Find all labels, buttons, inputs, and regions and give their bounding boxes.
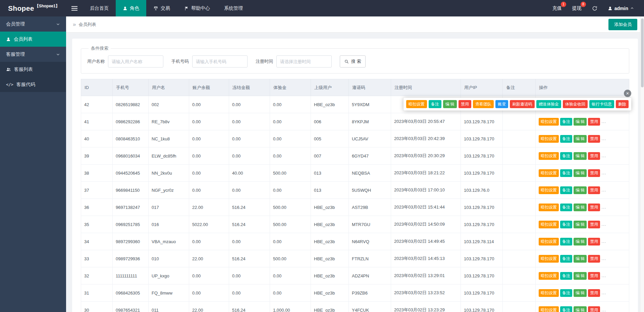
nav-item-help-center[interactable]: 帮助中心	[177, 0, 217, 16]
nav-item-transactions[interactable]: 交易	[146, 0, 177, 16]
remark-button[interactable]: 备注	[560, 204, 572, 211]
username-cell: UP_kxgo	[149, 267, 189, 284]
edit-button[interactable]: 编 辑	[574, 118, 587, 126]
more-actions-button[interactable]: ...	[601, 153, 606, 158]
more-actions-button[interactable]: ...	[601, 307, 606, 312]
withdraw-button[interactable]: 提现 8	[572, 5, 582, 11]
hidden-deduct-settings-button[interactable]: 暗扣设置	[539, 255, 559, 263]
more-actions-button[interactable]: ...	[601, 205, 606, 210]
edit-button[interactable]: 编 辑	[574, 306, 587, 312]
edit-button[interactable]: 编 辑	[574, 186, 587, 194]
more-actions-button[interactable]: ...	[601, 222, 606, 227]
edit-button[interactable]: 编 辑	[574, 221, 587, 228]
nav-item-dashboard[interactable]: 后台首页	[83, 0, 116, 16]
edit-button[interactable]: 编 辑	[574, 169, 587, 177]
invite-code-cell: FTRZLN	[349, 250, 391, 267]
disable-button[interactable]: 禁用	[588, 221, 600, 228]
refresh-button[interactable]	[592, 6, 597, 11]
edit-button[interactable]: 编 辑	[574, 255, 587, 263]
remark-button[interactable]: 备注	[560, 186, 572, 194]
more-actions-button[interactable]: ...	[601, 290, 606, 295]
hidden-deduct-settings-button[interactable]: 暗扣设置	[539, 152, 559, 160]
disable-button[interactable]: 禁用	[588, 186, 600, 194]
sidebar-group-support-management[interactable]: 客服管理	[0, 47, 66, 62]
edit-button[interactable]: 编 辑	[443, 100, 457, 108]
more-actions-button[interactable]: ...	[601, 170, 606, 175]
remark-button[interactable]: 备注	[560, 221, 572, 228]
more-actions-button[interactable]: ...	[601, 187, 606, 192]
sidebar-item-support-list[interactable]: 客服列表	[0, 62, 66, 77]
close-icon[interactable]: ×	[624, 90, 631, 97]
hidden-deduct-settings-button[interactable]: 暗扣设置	[539, 272, 559, 280]
delete-button[interactable]: 删除	[616, 100, 629, 108]
hidden-deduct-settings-button[interactable]: 暗扣设置	[539, 118, 559, 126]
recharge-button[interactable]: 充值 1	[552, 5, 562, 11]
bank-card-info-button[interactable]: 银行卡信息	[589, 100, 614, 108]
remark-button[interactable]: 备注	[560, 289, 572, 297]
disable-button[interactable]: 禁用	[588, 118, 600, 126]
disable-button[interactable]: 禁用	[588, 204, 600, 211]
sidebar-item-support-code[interactable]: </> 客服代码	[0, 77, 66, 92]
search-button[interactable]: 搜 索	[340, 55, 366, 68]
edit-button[interactable]: 编 辑	[574, 238, 587, 246]
add-member-button[interactable]: 添加会员	[608, 19, 637, 30]
sidebar-toggle-button[interactable]	[66, 0, 83, 16]
more-actions-button[interactable]: ...	[601, 256, 606, 261]
hidden-deduct-settings-button[interactable]: 暗扣设置	[539, 306, 559, 312]
recall-trial-bonus-button[interactable]: 体验金收回	[563, 100, 588, 108]
disable-button[interactable]: 禁用	[588, 169, 600, 177]
sidebar-item-member-list[interactable]: 会员列表	[0, 32, 66, 47]
reg-time-input[interactable]	[276, 55, 332, 68]
hidden-deduct-settings-button[interactable]: 暗扣设置	[406, 100, 427, 108]
remark-button[interactable]: 备注	[560, 272, 572, 280]
remark-button[interactable]: 备注	[560, 255, 572, 263]
disable-button[interactable]: 禁用	[588, 238, 600, 246]
disable-button[interactable]: 禁用	[588, 135, 600, 143]
remark-button[interactable]: 备注	[560, 152, 572, 160]
disable-button[interactable]: 禁用	[588, 152, 600, 160]
hidden-deduct-settings-button[interactable]: 暗扣设置	[539, 186, 559, 194]
column-header: ID	[81, 79, 113, 96]
edit-button[interactable]: 编 辑	[574, 289, 587, 297]
nav-item-roles[interactable]: 角色	[116, 0, 146, 16]
refresh-invite-code-button[interactable]: 刷新邀请码	[510, 100, 535, 108]
hidden-deduct-settings-button[interactable]: 暗扣设置	[539, 204, 559, 211]
hidden-deduct-settings-button[interactable]: 暗扣设置	[539, 289, 559, 297]
hidden-deduct-settings-button[interactable]: 暗扣设置	[539, 169, 559, 177]
remark-button[interactable]: 备注	[560, 118, 572, 126]
more-actions-button[interactable]: ...	[601, 119, 606, 124]
hidden-deduct-settings-button[interactable]: 暗扣设置	[539, 238, 559, 246]
scrollbar-thumb[interactable]	[641, 18, 644, 87]
disable-button[interactable]: 禁用	[588, 306, 600, 312]
sidebar-group-member-management[interactable]: 会员管理	[0, 16, 66, 32]
view-team-button[interactable]: 查看团队	[473, 100, 494, 108]
edit-button[interactable]: 编 辑	[574, 152, 587, 160]
more-actions-button[interactable]: ...	[601, 273, 606, 278]
admin-menu[interactable]: admin	[608, 6, 634, 11]
edit-button[interactable]: 编 辑	[574, 272, 587, 280]
gift-trial-bonus-button[interactable]: 赠送体验金	[536, 100, 561, 108]
remark-button[interactable]: 备注	[560, 238, 572, 246]
remark-button[interactable]: 备注	[560, 306, 572, 312]
edit-button[interactable]: 编 辑	[574, 204, 587, 211]
disable-button[interactable]: 禁用	[588, 255, 600, 263]
more-actions-button[interactable]: ...	[601, 136, 606, 141]
phone-input[interactable]	[192, 55, 248, 68]
remark-button[interactable]: 备注	[560, 135, 572, 143]
nav-item-system[interactable]: 系统管理	[217, 0, 250, 16]
more-actions-button[interactable]: ...	[601, 239, 606, 244]
balance-change-button[interactable]: 账变	[495, 100, 508, 108]
member-table-wrap: ID手机号用户名账户余额冻结金额体验金上级用户邀请码注册时间用户IP备注操作 4…	[81, 79, 629, 312]
hidden-deduct-settings-button[interactable]: 暗扣设置	[539, 221, 559, 228]
username-input[interactable]	[108, 55, 163, 68]
remark-button[interactable]: 备注	[560, 169, 572, 177]
vertical-scrollbar[interactable]	[640, 16, 644, 312]
edit-button[interactable]: 编 辑	[574, 135, 587, 143]
user-ip-cell: 103.129.78.170	[461, 199, 503, 216]
disable-button[interactable]: 禁用	[459, 100, 471, 108]
remark-button[interactable]: 备注	[429, 100, 441, 108]
disable-button[interactable]: 禁用	[588, 272, 600, 280]
reg-time-cell: 2023年03月02日 15:41:44	[391, 199, 461, 216]
hidden-deduct-settings-button[interactable]: 暗扣设置	[539, 135, 559, 143]
disable-button[interactable]: 禁用	[588, 289, 600, 297]
